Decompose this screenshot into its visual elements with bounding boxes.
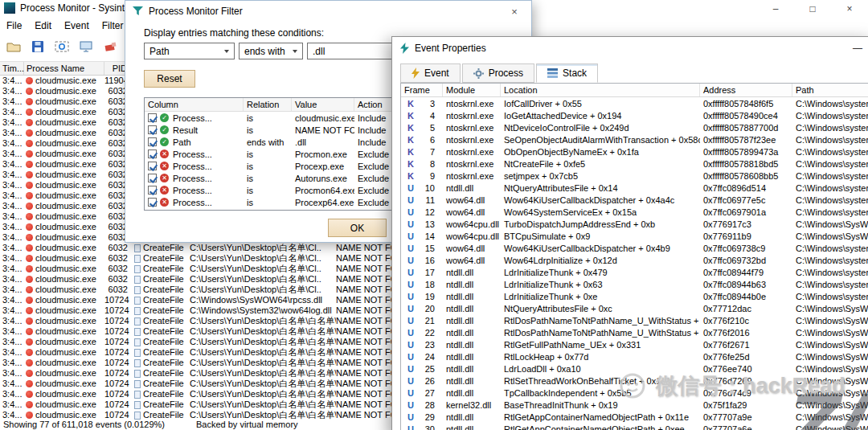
- stack-frame-row[interactable]: U29ntdll.dllRtlGetAppContainerNamedObjec…: [401, 411, 868, 423]
- filter-close-icon[interactable]: ×: [502, 2, 526, 20]
- stack-frame-row[interactable]: U27ntdll.dllTpCallbackIndependent + 0x5b…: [401, 387, 868, 399]
- stack-header-frame[interactable]: Frame: [401, 84, 443, 96]
- filter-header-value[interactable]: Value: [292, 98, 354, 111]
- stack-location-cell: TurboDispatchJumpAddressEnd + 0xb: [501, 219, 700, 229]
- minimize-button[interactable]: –: [757, 0, 794, 18]
- stack-frame-row[interactable]: K3ntoskrnl.exeIofCallDriver + 0x550xffff…: [401, 97, 868, 109]
- include-icon: ✓: [160, 125, 169, 134]
- stack-frame-cell: U19: [401, 292, 443, 301]
- stack-path-cell: C:\Windows\system32: [792, 183, 868, 193]
- reset-button[interactable]: Reset: [144, 70, 195, 88]
- ok-button[interactable]: OK: [328, 219, 387, 237]
- tab-event[interactable]: Event: [400, 63, 461, 83]
- stack-frame-row[interactable]: U15wow64.dllWow64KiUserCallbackDispatche…: [401, 242, 868, 254]
- close-button[interactable]: ×: [831, 0, 868, 18]
- filter-rule-relation: is: [244, 125, 292, 135]
- stack-frame-row[interactable]: U16wow64.dllWow64LdrpInitialize + 0x12d0…: [401, 254, 868, 266]
- event-process-cell: cloudmusic.exe: [24, 201, 104, 211]
- event-pid-cell: 6032: [104, 243, 130, 253]
- operation-file-icon: [134, 297, 141, 305]
- autoscroll-icon[interactable]: [77, 38, 95, 55]
- menu-event[interactable]: Event: [58, 20, 96, 31]
- stack-address-cell: 0x776f2671: [700, 340, 792, 350]
- filter-header-column[interactable]: Column: [145, 98, 244, 111]
- event-pid-cell: 10724: [104, 399, 130, 410]
- menu-file[interactable]: File: [0, 20, 28, 31]
- checkbox-checked-icon[interactable]: [148, 149, 157, 158]
- stack-frame-row[interactable]: K6ntoskrnl.exeSeOpenObjectAuditAlarmWith…: [401, 133, 868, 145]
- maximize-button[interactable]: □: [794, 0, 831, 18]
- stack-frame-row[interactable]: U14wow64cpu.dllBTCpuSimulate + 0x90x7769…: [401, 230, 868, 242]
- checkbox-checked-icon[interactable]: [148, 174, 157, 182]
- filter-dialog-titlebar[interactable]: Process Monitor Filter ×: [125, 1, 531, 22]
- cloudmusic-process-icon: [26, 213, 33, 220]
- event-path-cell: C:\Users\Yun\Desktop\白名单\白名单\C..: [190, 358, 336, 368]
- stack-frame-row[interactable]: U30ntdll.dllRtlGetAppContainerNamedObjec…: [401, 423, 868, 430]
- event-path-cell: C:\Users\Yun\Desktop\白名单\白名单\C..: [190, 379, 336, 389]
- stack-frame-row[interactable]: U22ntdll.dllRtlDosPathNameToNtPathName_U…: [401, 326, 868, 338]
- menu-edit[interactable]: Edit: [28, 20, 58, 31]
- event-tab-icon: [411, 68, 420, 79]
- checkbox-checked-icon[interactable]: [148, 113, 157, 122]
- stack-frame-row[interactable]: U28kernel32.dllBaseThreadInitThunk + 0x1…: [401, 399, 868, 411]
- filter-header-relation[interactable]: Relation: [244, 98, 292, 111]
- stack-tab-icon: [547, 68, 558, 78]
- tab-stack[interactable]: Stack: [536, 63, 598, 83]
- checkbox-checked-icon[interactable]: [148, 198, 157, 207]
- stack-header-address[interactable]: Address: [700, 84, 792, 96]
- stack-header-module[interactable]: Module: [443, 84, 501, 96]
- clear-icon[interactable]: [101, 38, 119, 55]
- stack-frame-cell: U28: [401, 400, 443, 410]
- capture-icon[interactable]: [53, 38, 71, 55]
- stack-frame-row[interactable]: U10ntdll.dllNtQueryAttributesFile + 0x14…: [401, 182, 868, 194]
- event-properties-titlebar[interactable]: Event Properties —: [392, 37, 868, 59]
- tab-process[interactable]: Process: [462, 63, 534, 83]
- column-header-time[interactable]: Tim...: [0, 62, 24, 75]
- stack-frame-row[interactable]: U12wow64.dllWow64SystemServiceEx + 0x15a…: [401, 206, 868, 218]
- checkbox-checked-icon[interactable]: [148, 125, 157, 134]
- event-path-cell: C:\Users\Yun\Desktop\白名单\Cl..: [190, 253, 336, 264]
- frame-number: 17: [417, 268, 435, 277]
- stack-frame-row[interactable]: K4ntoskrnl.exeIoGetAttachedDevice + 0x19…: [401, 109, 868, 121]
- column-header-process-name[interactable]: Process Name: [24, 62, 104, 75]
- stack-frame-row[interactable]: K8ntoskrnl.exeNtCreateFile + 0xfe50xffff…: [401, 158, 868, 170]
- filter-relation-select[interactable]: ends with: [239, 43, 303, 59]
- stack-frame-row[interactable]: K9ntoskrnl.exesetjmpex + 0x7cb50xfffff80…: [401, 170, 868, 182]
- stack-frame-row[interactable]: U25ntdll.dllLdrLoadDll + 0xa100x776ee740…: [401, 362, 868, 375]
- stack-header-path[interactable]: Path: [792, 84, 868, 96]
- stack-frame-row[interactable]: K5ntoskrnl.exeNtDeviceIoControlFile + 0x…: [401, 121, 868, 133]
- stack-frame-row[interactable]: K7ntoskrnl.exeObOpenObjectByNameEx + 0x1…: [401, 145, 868, 158]
- stack-frame-row[interactable]: U18ntdll.dllLdrInitializeThunk + 0x630x7…: [401, 278, 868, 290]
- event-pid-cell: 10724: [104, 347, 130, 358]
- stack-frame-row[interactable]: U23ntdll.dllRtlGetFullPathName_UEx + 0x3…: [401, 338, 868, 350]
- stack-location-cell: NtQueryAttributesFile + 0xc: [501, 304, 700, 313]
- stack-frame-cell: U27: [401, 388, 443, 398]
- checkbox-checked-icon[interactable]: [148, 186, 157, 195]
- stack-frame-cell: K9: [401, 171, 443, 181]
- stack-frame-row[interactable]: U26ntdll.dllRtlSetThreadWorkOnBehalfTick…: [401, 375, 868, 387]
- cloudmusic-process-icon: [26, 244, 33, 252]
- save-icon[interactable]: [29, 38, 47, 55]
- process-name-text: cloudmusic.exe: [35, 201, 96, 211]
- cloudmusic-process-icon: [26, 391, 33, 398]
- filter-column-select[interactable]: Path: [144, 43, 235, 59]
- checkbox-checked-icon[interactable]: [148, 137, 157, 146]
- open-icon[interactable]: [5, 38, 23, 55]
- kernel-frame-icon: K: [407, 99, 417, 109]
- stack-frame-row[interactable]: U13wow64cpu.dllTurboDispatchJumpAddressE…: [401, 218, 868, 230]
- stack-path-cell: C:\Windows\SysWOW64: [792, 304, 868, 313]
- operation-file-icon: [134, 328, 141, 336]
- stack-frame-row[interactable]: U11wow64.dllWow64KiUserCallbackDispatche…: [401, 194, 868, 206]
- stack-frame-row[interactable]: U24ntdll.dllRtlLockHeap + 0x77d0x776fe25…: [401, 350, 868, 362]
- process-name-text: cloudmusic.exe: [35, 180, 96, 190]
- stack-frame-row[interactable]: U21ntdll.dllRtlDosPathNameToNtPathName_U…: [401, 314, 868, 326]
- stack-frame-row[interactable]: U17ntdll.dllLdrInitializeThunk + 0x4790x…: [401, 266, 868, 278]
- checkbox-checked-icon[interactable]: [148, 162, 157, 170]
- stack-header-location[interactable]: Location: [501, 84, 700, 96]
- event-properties-minimize-button[interactable]: —: [842, 37, 868, 59]
- event-path-cell: C:\Users\Yun\Desktop\白名单\白名单\C..: [190, 326, 336, 337]
- stack-module-cell: ntdll.dll: [443, 352, 501, 362]
- stack-frame-row[interactable]: U19ntdll.dllLdrInitializeThunk + 0xe0x7f…: [401, 290, 868, 302]
- stack-frame-row[interactable]: U20ntdll.dllNtQueryAttributesFile + 0xc0…: [401, 302, 868, 314]
- frame-number: 23: [417, 340, 435, 350]
